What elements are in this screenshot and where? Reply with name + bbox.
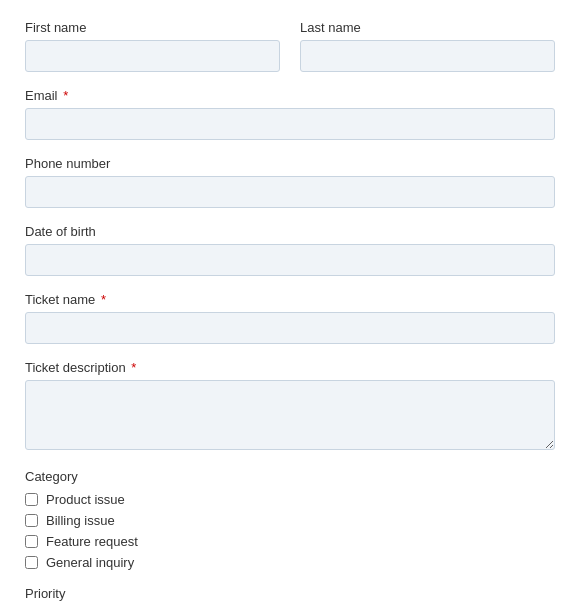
priority-label: Priority xyxy=(25,586,555,601)
first-name-label: First name xyxy=(25,20,280,35)
general-inquiry-label[interactable]: General inquiry xyxy=(46,555,134,570)
dob-label: Date of birth xyxy=(25,224,555,239)
checkbox-feature-request: Feature request xyxy=(25,534,555,549)
ticket-name-label: Ticket name * xyxy=(25,292,555,307)
first-name-group: First name xyxy=(25,20,280,72)
category-section: Category Product issue Billing issue Fea… xyxy=(25,469,555,570)
phone-label: Phone number xyxy=(25,156,555,171)
dob-section: Date of birth xyxy=(25,224,555,276)
category-label: Category xyxy=(25,469,555,484)
checkbox-product-issue: Product issue xyxy=(25,492,555,507)
email-required-marker: * xyxy=(60,88,69,103)
ticket-description-required-marker: * xyxy=(128,360,137,375)
last-name-input[interactable] xyxy=(300,40,555,72)
checkbox-general-inquiry: General inquiry xyxy=(25,555,555,570)
feature-request-label[interactable]: Feature request xyxy=(46,534,138,549)
email-section: Email * xyxy=(25,88,555,140)
email-label: Email * xyxy=(25,88,555,103)
ticket-description-label: Ticket description * xyxy=(25,360,555,375)
first-name-input[interactable] xyxy=(25,40,280,72)
feature-request-checkbox[interactable] xyxy=(25,535,38,548)
last-name-group: Last name xyxy=(300,20,555,72)
ticket-name-section: Ticket name * xyxy=(25,292,555,344)
email-input[interactable] xyxy=(25,108,555,140)
billing-issue-checkbox[interactable] xyxy=(25,514,38,527)
product-issue-label[interactable]: Product issue xyxy=(46,492,125,507)
ticket-description-input[interactable] xyxy=(25,380,555,450)
dob-input[interactable] xyxy=(25,244,555,276)
general-inquiry-checkbox[interactable] xyxy=(25,556,38,569)
name-row: First name Last name xyxy=(25,20,555,72)
ticket-name-required-marker: * xyxy=(97,292,106,307)
ticket-name-input[interactable] xyxy=(25,312,555,344)
phone-input[interactable] xyxy=(25,176,555,208)
checkbox-billing-issue: Billing issue xyxy=(25,513,555,528)
product-issue-checkbox[interactable] xyxy=(25,493,38,506)
phone-section: Phone number xyxy=(25,156,555,208)
priority-section: Priority Please Select Low Medium High ▼ xyxy=(25,586,555,603)
ticket-description-section: Ticket description * xyxy=(25,360,555,453)
billing-issue-label[interactable]: Billing issue xyxy=(46,513,115,528)
last-name-label: Last name xyxy=(300,20,555,35)
